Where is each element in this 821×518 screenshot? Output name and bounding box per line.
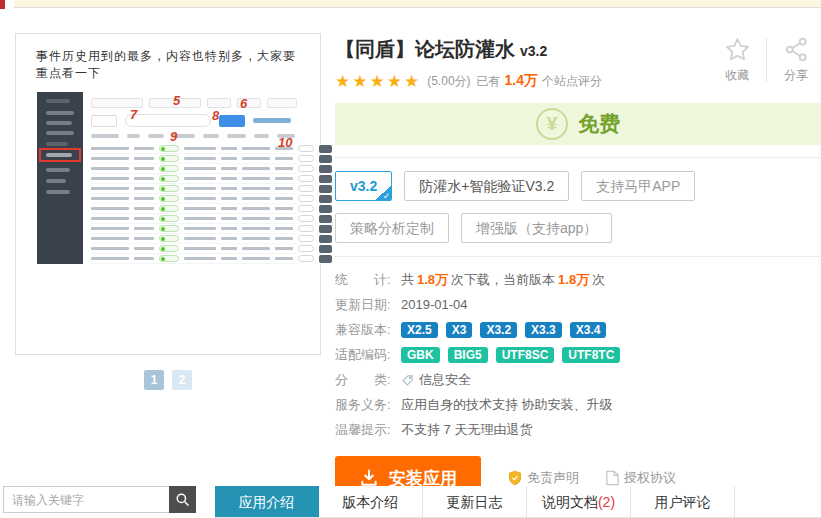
disclaimer-link[interactable]: 免责声明 [507,469,579,487]
stats-current-version-count: 1.8万 [558,271,589,289]
favorite-button[interactable]: 收藏 [712,36,762,84]
tab-count: (2) [598,494,615,510]
product-main: 【同盾】论坛防灌水v3.2 ★★★★★ (5.00分) 已有 1.4万 个站点评… [335,36,821,500]
document-icon [605,470,620,486]
service-label: 服务义务: [335,396,401,414]
license-label: 授权协议 [624,469,676,487]
shield-icon [507,470,523,486]
variant-chip[interactable]: 增强版（支持app） [461,213,612,243]
encoding-badge: UTF8TC [562,347,620,363]
tab-item[interactable]: 说明文档(2) [527,486,631,517]
info-row-tips: 温馨提示: 不支持 7 天无理由退货 [335,417,821,442]
version-badge: X3 [446,322,473,338]
share-label: 分享 [784,68,808,82]
favorite-share-block: 收藏 分享 [712,36,821,84]
category-value[interactable]: 信息安全 [419,371,471,389]
encoding-badge: BIG5 [448,347,488,363]
tips-label: 温馨提示: [335,421,401,439]
info-row-compat: 兼容版本: X2.5X3X3.2X3.3X3.4 [335,317,821,342]
encoding-badge: GBK [401,347,440,363]
search-button[interactable] [169,486,196,513]
encoding-label: 适配编码: [335,346,401,364]
shot-table-header [91,134,295,138]
tab-item[interactable]: 版本介绍 [319,486,423,517]
stats-downloads: 1.8万 [417,271,448,289]
shot-sidebar [37,92,83,264]
license-link[interactable]: 授权协议 [605,469,676,487]
updated-label: 更新日期: [335,296,401,314]
stats-seg1: 共 [401,271,414,289]
star-outline-icon [724,36,751,63]
red-highlight-rect [39,148,81,162]
shot-table-rows [91,144,297,264]
notice-red-icon [0,0,5,9]
info-row-encoding: 适配编码: GBKBIG5UTF8SCUTF8TC [335,342,821,367]
tab-item[interactable]: 用户评论 [631,486,735,517]
version-badge: X3.4 [570,322,607,338]
info-row-stats: 统 计: 共 1.8万 次下载，当前版本 1.8万 次 [335,267,821,292]
annotation-6: 6 [240,97,247,110]
price-banner: ¥ 免费 [335,103,821,145]
share-icon [783,36,810,63]
encoding-badge: UTF8SC [496,347,555,363]
disclaimer-label: 免责声明 [527,469,579,487]
variant-chips: v3.2防灌水+智能验证V3.2支持马甲APP策略分析定制增强版（支持app） [335,157,821,257]
rating-count-suffix: 个站点评分 [542,73,602,90]
divider [766,38,767,82]
service-value: 应用自身的技术支持 协助安装、升级 [401,396,613,414]
info-row-category: 分 类: 信息安全 [335,367,821,392]
price-label: 免费 [578,110,620,138]
info-row-updated: 更新日期: 2019-01-04 [335,292,821,317]
rating-count-prefix: 已有 [477,73,501,90]
pagination-button[interactable]: 2 [172,370,192,390]
shot-toolbar-filters [91,98,297,108]
keyword-search [3,486,196,513]
download-icon [359,468,379,488]
version-badge: X3.3 [525,322,562,338]
screenshot-thumbnail[interactable]: 5 6 7 8 9 10 [37,92,301,264]
rating-count: 1.4万 [505,72,538,90]
category-label: 分 类: [335,371,401,389]
favorite-label: 收藏 [725,68,749,82]
stats-seg3: 次 [592,271,605,289]
annotation-7: 7 [130,108,137,121]
product-version: v3.2 [520,43,547,59]
stats-seg2: 次下载，当前版本 [451,271,555,289]
app-detail-page: 事件历史用到的最多，内容也特别多，大家要重点看一下 [0,0,821,518]
search-icon [175,492,190,507]
updated-value: 2019-01-04 [401,297,468,312]
screenshot-caption: 事件历史用到的最多，内容也特别多，大家要重点看一下 [36,48,302,82]
variant-chip[interactable]: 防灌水+智能验证V3.2 [404,171,569,201]
stats-label: 统 计: [335,271,401,289]
share-button[interactable]: 分享 [771,36,821,84]
info-row-service: 服务义务: 应用自身的技术支持 协助安装、升级 [335,392,821,417]
rating-score: (5.00分) [427,73,470,90]
compat-badges: X2.5X3X3.2X3.3X3.4 [401,322,614,338]
compat-label: 兼容版本: [335,321,401,339]
annotation-5: 5 [173,94,180,107]
version-badge: X2.5 [401,322,438,338]
tab-item[interactable]: 应用介绍 [215,486,319,517]
pagination-button[interactable]: 1 [144,370,164,390]
info-list: 统 计: 共 1.8万 次下载，当前版本 1.8万 次 更新日期: 2019-0… [335,267,821,442]
yen-circle-icon: ¥ [536,108,568,140]
variant-chip[interactable]: 策略分析定制 [335,213,449,243]
product-name: 【同盾】论坛防灌水 [335,38,515,60]
annotation-9: 9 [170,130,177,143]
notice-bar-remnant [14,0,821,8]
tips-value: 不支持 7 天无理由退货 [401,421,532,439]
version-badge: X3.2 [480,322,517,338]
tab-item[interactable]: 更新日志 [423,486,527,517]
tag-icon [401,373,415,387]
gallery-pagination: 12 [15,370,321,390]
shot-toolbar-search [91,114,291,127]
shot-content: 5 6 7 8 9 10 [83,92,301,264]
detail-tabs: 应用介绍版本介绍更新日志说明文档(2)用户评论 [215,486,821,518]
screenshot-panel: 事件历史用到的最多，内容也特别多，大家要重点看一下 [15,33,321,355]
variant-chip[interactable]: v3.2 [335,171,392,201]
annotation-8: 8 [212,109,219,122]
annotation-10: 10 [278,136,292,149]
variant-chip[interactable]: 支持马甲APP [581,171,695,201]
search-input[interactable] [3,486,169,513]
star-rating-icons: ★★★★★ [335,73,421,90]
